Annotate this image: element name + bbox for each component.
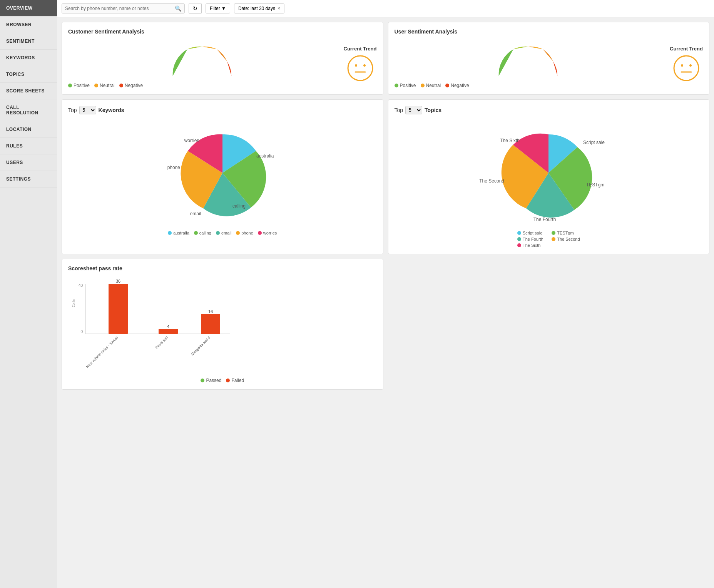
svg-point-7 (689, 64, 692, 67)
keywords-card: Top 51015 Keywords (62, 99, 383, 254)
sidebar-item-topics[interactable]: TOPICS (0, 66, 57, 83)
topics-pie-chart: Script sale TESTgm The Fourth The Second… (479, 119, 618, 227)
user-trend-label: Current Trend (670, 46, 703, 52)
topics-top-select[interactable]: 51015 (405, 106, 422, 114)
kw-legend-australia: australia (168, 231, 189, 235)
svg-text:phone: phone (167, 165, 180, 170)
keywords-chart-area: australia calling email phone worries au… (68, 119, 377, 235)
svg-text:calling: calling (232, 203, 246, 209)
svg-text:0: 0 (80, 330, 83, 334)
customer-legend: Positive Neutral Negative (68, 83, 336, 88)
customer-sentiment-title: Customer Sentiment Analysis (68, 28, 377, 35)
kw-legend-email: email (216, 231, 231, 235)
date-label: Date: last 30 days (238, 6, 275, 11)
svg-text:16: 16 (208, 309, 213, 314)
user-sentiment-card: User Sentiment Analysis (388, 22, 710, 95)
user-positive-label: Positive (400, 83, 416, 88)
svg-text:The Sixth: The Sixth (500, 138, 520, 143)
scoresheet-chart-area: Calls 40 0 36 4 (68, 276, 377, 383)
topics-legend: Script sale TESTgm The Fourth The Second (517, 231, 580, 248)
svg-rect-28 (201, 314, 220, 334)
svg-rect-26 (159, 329, 178, 334)
svg-text:Script sale: Script sale (583, 140, 605, 145)
topic-legend-scriptsale: Script sale (517, 231, 545, 235)
user-positive-dot (395, 84, 398, 87)
sidebar-item-settings[interactable]: SETTINGS (0, 171, 57, 188)
customer-trend-area: Current Trend (344, 46, 377, 82)
search-input[interactable] (65, 6, 175, 11)
user-gauge-area: Positive Neutral Negative (395, 39, 662, 88)
keywords-pie-chart: australia calling email phone worries (161, 119, 284, 227)
customer-gauge-svg (164, 39, 241, 80)
svg-text:Pauls test: Pauls test (154, 335, 169, 350)
svg-point-5 (674, 56, 699, 80)
customer-gauge (164, 39, 241, 80)
user-legend-neutral: Neutral (421, 83, 441, 88)
svg-rect-24 (109, 284, 128, 334)
sidebar-item-overview[interactable]: OVERVIEW (0, 0, 57, 17)
user-neutral-label: Neutral (426, 83, 441, 88)
search-box[interactable]: 🔍 (62, 3, 185, 13)
topics-top-label: Top (395, 107, 403, 113)
customer-smiley (347, 55, 374, 82)
keywords-top-select[interactable]: 51015 (79, 106, 96, 114)
topics-chart-area: Script sale TESTgm The Fourth The Second… (395, 119, 703, 248)
topics-card: Top 51015 Topics (388, 99, 710, 254)
svg-text:36: 36 (116, 279, 120, 283)
main-content: 🔍 ↻ Filter ▼ Date: last 30 days × Custom… (57, 0, 714, 588)
user-sentiment-title: User Sentiment Analysis (395, 28, 703, 35)
filter-button[interactable]: Filter ▼ (206, 3, 230, 13)
user-gauge-svg (490, 39, 567, 80)
user-smiley (673, 55, 700, 82)
topics-section-title: Topics (425, 107, 441, 113)
user-legend: Positive Neutral Negative (395, 83, 662, 88)
topics-header: Top 51015 Topics (395, 106, 703, 114)
keywords-top-label: Top (68, 107, 77, 113)
user-trend-area: Current Trend (670, 46, 703, 82)
sidebar-item-score-sheets[interactable]: SCORE SHEETS (0, 83, 57, 99)
svg-point-6 (681, 64, 683, 67)
sidebar-item-sentiment[interactable]: SENTIMENT (0, 33, 57, 50)
user-sentiment-body: Positive Neutral Negative Current Tren (395, 39, 703, 88)
svg-point-3 (363, 64, 366, 67)
negative-label: Negative (125, 83, 143, 88)
content-grid: Customer Sentiment Analysis (57, 17, 714, 394)
search-icon: 🔍 (175, 5, 181, 12)
sidebar-item-browser[interactable]: BROWSER (0, 17, 57, 33)
sidebar: OVERVIEWBROWSERSENTIMENTKEYWORDSTOPICSSC… (0, 0, 57, 588)
customer-legend-neutral: Neutral (94, 83, 115, 88)
sidebar-item-keywords[interactable]: KEYWORDS (0, 50, 57, 66)
refresh-button[interactable]: ↻ (189, 3, 202, 14)
positive-dot (68, 84, 72, 87)
kw-legend-calling: calling (194, 231, 211, 235)
positive-label: Positive (74, 83, 90, 88)
user-neutral-dot (421, 84, 425, 87)
topic-legend-testgm: TESTgm (552, 231, 580, 235)
kw-legend-phone: phone (236, 231, 253, 235)
customer-gauge-area: Positive Neutral Negative (68, 39, 336, 88)
svg-text:australia: australia (256, 153, 274, 159)
svg-text:New vehicle sales - Toyota: New vehicle sales - Toyota (85, 335, 119, 369)
sidebar-item-location[interactable]: LOCATION (0, 121, 57, 138)
svg-point-1 (348, 56, 373, 80)
customer-sentiment-body: Positive Neutral Negative Current Tren (68, 39, 377, 88)
keywords-section-title: Keywords (99, 107, 124, 113)
date-filter-chip: Date: last 30 days × (234, 3, 284, 13)
scoresheet-title: Scoresheet pass rate (68, 265, 377, 271)
svg-point-0 (184, 58, 220, 80)
sidebar-item-rules[interactable]: RULES (0, 138, 57, 154)
sidebar-item-users[interactable]: USERS (0, 154, 57, 171)
svg-text:TESTgm: TESTgm (586, 182, 604, 188)
svg-text:The Second: The Second (480, 178, 505, 184)
svg-text:4: 4 (167, 324, 169, 329)
neutral-label: Neutral (100, 83, 115, 88)
customer-trend-label: Current Trend (344, 46, 377, 52)
user-legend-positive: Positive (395, 83, 416, 88)
customer-sentiment-card: Customer Sentiment Analysis (62, 22, 383, 95)
keywords-header: Top 51015 Keywords (68, 106, 377, 114)
svg-text:40: 40 (79, 283, 83, 288)
topic-legend-thesixth: The Sixth (517, 243, 545, 248)
sidebar-item-call-resolution[interactable]: CALL RESOLUTION (0, 99, 57, 121)
scoresheet-legend-failed: Failed (226, 378, 244, 383)
date-close-icon[interactable]: × (278, 6, 280, 11)
